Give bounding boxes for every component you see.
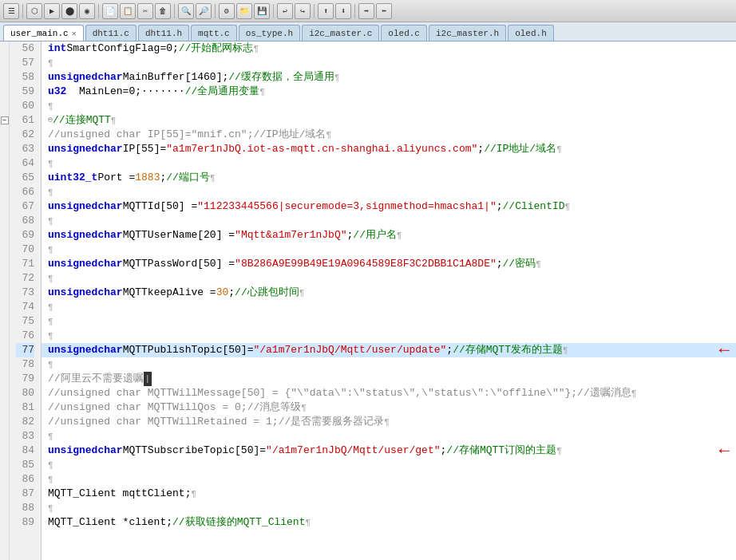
code-line-88: ¶ xyxy=(42,501,736,515)
margin-75 xyxy=(0,314,9,329)
tab-dht11_c[interactable]: dht11.c xyxy=(85,25,137,41)
arrow-icon-84: ← xyxy=(719,444,730,459)
line-num-73: 73 xyxy=(16,286,34,300)
line-num-68: 68 xyxy=(16,214,34,228)
margin-89 xyxy=(0,515,9,530)
line-num-64: 64 xyxy=(16,156,34,171)
line-num-60: 60 xyxy=(16,99,34,113)
line-num-72: 72 xyxy=(16,271,34,286)
line-num-69: 69 xyxy=(16,228,34,243)
left-margin: − xyxy=(0,41,10,560)
margin-87 xyxy=(0,487,9,501)
margin-72 xyxy=(0,271,9,286)
tb-btn-8[interactable]: ✂ xyxy=(137,3,153,19)
editor-container: − 56575859606162636465666768697071727374… xyxy=(0,41,736,560)
code-line-65: uint32_t Port = 1883;//端口号¶ xyxy=(42,171,736,185)
code-line-57: ¶ xyxy=(42,56,736,70)
line-num-83: 83 xyxy=(16,429,34,444)
tb-btn-14[interactable]: 💾 xyxy=(254,3,270,19)
code-line-76: ¶ xyxy=(42,329,736,343)
sep4 xyxy=(215,4,216,18)
sep3 xyxy=(174,4,175,18)
line-num-58: 58 xyxy=(16,70,34,85)
margin-82 xyxy=(0,415,9,429)
line-num-63: 63 xyxy=(16,142,34,156)
tb-btn-16[interactable]: ↪ xyxy=(295,3,311,19)
margin-85 xyxy=(0,458,9,472)
tb-btn-12[interactable]: ⚙ xyxy=(219,3,235,19)
code-lines: int SmartConfigFlag=0;//开始配网标志¶¶unsigned… xyxy=(42,41,736,530)
line-num-89: 89 xyxy=(16,515,34,530)
fold-marker[interactable]: − xyxy=(1,116,9,124)
tab-label: user_main.c xyxy=(10,29,69,38)
tb-btn-19[interactable]: ➡ xyxy=(358,3,374,19)
tb-btn-9[interactable]: 🗑 xyxy=(155,3,171,19)
tb-btn-11[interactable]: 🔎 xyxy=(196,3,212,19)
sep1 xyxy=(22,4,23,18)
tb-btn-13[interactable]: 📁 xyxy=(236,3,252,19)
margin-66 xyxy=(0,185,9,199)
code-line-86: ¶ xyxy=(42,472,736,487)
tab-i2c_master_h[interactable]: i2c_master.h xyxy=(429,25,506,41)
code-line-87: MQTT_Client mqttClient;¶ xyxy=(42,487,736,501)
tab-dht11_h[interactable]: dht11.h xyxy=(138,25,189,41)
tb-btn-5[interactable]: ◉ xyxy=(79,3,95,19)
tb-btn-3[interactable]: ▶ xyxy=(44,3,60,19)
tb-btn-15[interactable]: ↩ xyxy=(277,3,293,19)
margin-63 xyxy=(0,142,9,156)
line-num-61: 61 xyxy=(16,113,34,128)
tb-btn-10[interactable]: 🔍 xyxy=(178,3,194,19)
tab-os_type_h[interactable]: os_type.h xyxy=(239,25,300,41)
code-line-75: ¶ xyxy=(42,314,736,329)
code-line-81: //unsigned char MQTTWillQos = 0;//消息等级¶ xyxy=(42,400,736,415)
tb-btn-17[interactable]: ⬆ xyxy=(318,3,334,19)
tab-close-icon[interactable]: ✕ xyxy=(72,29,77,38)
code-line-62: //unsigned char IP[55]="mnif.cn";//IP地址/… xyxy=(42,128,736,142)
code-line-84: unsigned char MQTTSubscribeTopic[50]="/a… xyxy=(42,444,736,458)
code-line-60: ¶ xyxy=(42,99,736,113)
line-num-85: 85 xyxy=(16,458,34,472)
line-num-71: 71 xyxy=(16,257,34,271)
margin-69 xyxy=(0,228,9,243)
tb-btn-7[interactable]: 📋 xyxy=(120,3,136,19)
tab-label: i2c_master.c xyxy=(309,29,372,38)
code-line-67: unsigned char MQTTId[50] = "112233445566… xyxy=(42,199,736,214)
tab-label: oled.h xyxy=(515,29,547,38)
code-line-78: ¶ xyxy=(42,357,736,372)
code-line-58: unsigned char MainBuffer[1460];//缓存数据，全局… xyxy=(42,70,736,85)
line-num-81: 81 xyxy=(16,400,34,415)
margin-88 xyxy=(0,501,9,515)
line-num-88: 88 xyxy=(16,501,34,515)
tab-i2c_master_c[interactable]: i2c_master.c xyxy=(302,25,379,41)
tb-btn-20[interactable]: ⬅ xyxy=(376,3,392,19)
line-num-56: 56 xyxy=(16,41,34,56)
margin-86 xyxy=(0,472,9,487)
tab-label: dht11.h xyxy=(145,29,182,38)
code-line-69: unsigned char MQTTUserName[20] = "Mqtt&a… xyxy=(42,228,736,243)
tab-mqtt_c[interactable]: mqtt.c xyxy=(191,25,237,41)
tab-oled_h[interactable]: oled.h xyxy=(508,25,554,41)
line-num-62: 62 xyxy=(16,128,34,142)
tb-btn-1[interactable]: ☰ xyxy=(3,3,19,19)
margin-56 xyxy=(0,41,9,56)
tab-user_main_c[interactable]: user_main.c✕ xyxy=(3,25,84,41)
margin-58 xyxy=(0,70,9,85)
line-num-74: 74 xyxy=(16,300,34,314)
line-num-67: 67 xyxy=(16,199,34,214)
code-line-82: //unsigned char MQTTWillRetained = 1;//是… xyxy=(42,415,736,429)
code-line-59: u32 MainLen=0;·······//全局通用变量¶ xyxy=(42,85,736,99)
tb-btn-18[interactable]: ⬇ xyxy=(335,3,351,19)
margin-83 xyxy=(0,429,9,444)
code-line-63: unsigned char IP[55]="a1m7er1nJbQ.iot-as… xyxy=(42,142,736,156)
tb-btn-4[interactable]: ⬤ xyxy=(61,3,77,19)
tb-btn-6[interactable]: 📄 xyxy=(102,3,118,19)
line-num-75: 75 xyxy=(16,314,34,329)
tab-label: os_type.h xyxy=(246,29,293,38)
code-line-74: ¶ xyxy=(42,300,736,314)
tb-btn-2[interactable]: ⬡ xyxy=(26,3,42,19)
tab-oled_c[interactable]: oled.c xyxy=(381,25,427,41)
tab-label: mqtt.c xyxy=(198,29,230,38)
line-num-84: 84 xyxy=(16,444,34,458)
margin-57 xyxy=(0,56,9,70)
code-content[interactable]: int SmartConfigFlag=0;//开始配网标志¶¶unsigned… xyxy=(42,41,736,560)
